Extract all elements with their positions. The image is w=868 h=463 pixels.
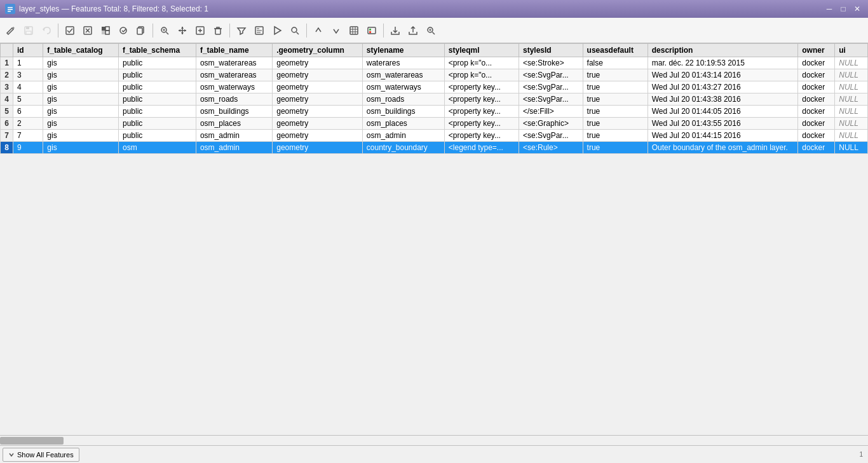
cell-ui[interactable]: NULL: [835, 69, 868, 81]
cell-useasdefault[interactable]: true: [583, 106, 648, 118]
move-down-button[interactable]: [328, 22, 344, 39]
cell-description[interactable]: Wed Jul 20 01:43:38 2016: [648, 93, 798, 106]
col-header-f-table-schema[interactable]: f_table_schema: [119, 44, 196, 57]
cell-f-table-name[interactable]: osm_waterways: [196, 81, 272, 93]
add-feature-button[interactable]: [192, 22, 208, 39]
cell-styleqml[interactable]: <property key...: [444, 81, 519, 93]
row-number-cell[interactable]: 6: [1, 118, 13, 130]
toggle-editing-button[interactable]: [3, 22, 19, 39]
col-header-useasdefault[interactable]: useasdefault: [583, 44, 648, 57]
form-view-button[interactable]: [251, 22, 268, 39]
cell-stylesid[interactable]: <se:Rule>: [519, 142, 583, 154]
cell-f-table-catalog[interactable]: gis: [43, 69, 119, 81]
cell-styleqml[interactable]: <prop k="o...: [444, 69, 519, 81]
col-header-f-table-name[interactable]: f_table_name: [196, 44, 272, 57]
cell-geometry-column[interactable]: geometry: [273, 81, 363, 93]
col-header-id[interactable]: id: [13, 44, 43, 57]
cell-stylename[interactable]: osm_waterareas: [362, 69, 444, 81]
cell-stylename[interactable]: osm_roads: [362, 93, 444, 106]
cell-f-table-name[interactable]: osm_admin: [196, 142, 272, 154]
table-row[interactable]: 89gisosmosm_admingeometrycountry_boundar…: [1, 142, 868, 154]
cell-stylename[interactable]: country_boundary: [362, 142, 444, 154]
cell-ui[interactable]: NULL: [835, 130, 868, 142]
cell-description[interactable]: mar. déc. 22 10:19:53 2015: [648, 57, 798, 69]
cell-f-table-catalog[interactable]: gis: [43, 130, 119, 142]
advanced-filter-button[interactable]: [233, 22, 250, 39]
cell-f-table-schema[interactable]: public: [119, 93, 196, 106]
col-header-geometry-column[interactable]: .geometry_column: [273, 44, 363, 57]
cell-id[interactable]: 1: [13, 57, 43, 69]
cell-f-table-schema[interactable]: osm: [119, 142, 196, 154]
cell-f-table-schema[interactable]: public: [119, 130, 196, 142]
cell-useasdefault[interactable]: true: [583, 69, 648, 81]
cell-f-table-schema[interactable]: public: [119, 69, 196, 81]
cell-f-table-catalog[interactable]: gis: [43, 57, 119, 69]
cell-stylesid[interactable]: <se:SvgPar...: [519, 69, 583, 81]
invert-selection-button[interactable]: [97, 22, 114, 39]
cell-f-table-catalog[interactable]: gis: [43, 142, 119, 154]
col-header-description[interactable]: description: [648, 44, 798, 57]
cell-geometry-column[interactable]: geometry: [273, 130, 363, 142]
cell-stylename[interactable]: osm_waterways: [362, 81, 444, 93]
cell-styleqml[interactable]: <legend type=...: [444, 142, 519, 154]
table-row[interactable]: 45gispublicosm_roadsgeometryosm_roads<pr…: [1, 93, 868, 106]
action-button[interactable]: [269, 22, 285, 39]
cell-stylename[interactable]: osm_buildings: [362, 106, 444, 118]
col-header-ui[interactable]: ui: [835, 44, 868, 57]
cell-owner[interactable]: docker: [798, 81, 835, 93]
cell-geometry-column[interactable]: geometry: [273, 118, 363, 130]
cell-styleqml[interactable]: <prop k="o...: [444, 57, 519, 69]
row-number-cell[interactable]: 1: [1, 57, 13, 69]
row-number-cell[interactable]: 8: [1, 142, 13, 154]
cell-ui[interactable]: NULL: [835, 93, 868, 106]
cell-ui[interactable]: NULL: [835, 118, 868, 130]
scrollbar-thumb[interactable]: [0, 437, 64, 445]
row-number-cell[interactable]: 2: [1, 69, 13, 81]
cell-f-table-name[interactable]: osm_places: [196, 118, 272, 130]
cell-f-table-name[interactable]: osm_waterareas: [196, 57, 272, 69]
move-up-button[interactable]: [310, 22, 327, 39]
cell-stylesid[interactable]: <se:Stroke>: [519, 57, 583, 69]
cell-stylename[interactable]: osm_admin: [362, 130, 444, 142]
cell-stylesid[interactable]: <se:Graphic>: [519, 118, 583, 130]
cell-styleqml[interactable]: <property key...: [444, 130, 519, 142]
cell-owner[interactable]: docker: [798, 118, 835, 130]
cell-f-table-schema[interactable]: public: [119, 106, 196, 118]
pan-to-selection-button[interactable]: [174, 22, 191, 39]
table-row[interactable]: 62gispublicosm_placesgeometryosm_places<…: [1, 118, 868, 130]
cell-owner[interactable]: docker: [798, 69, 835, 81]
maximize-button[interactable]: □: [837, 3, 849, 15]
cell-id[interactable]: 7: [13, 130, 43, 142]
horizontal-scrollbar[interactable]: [0, 435, 868, 445]
edit-table-button[interactable]: [346, 22, 362, 39]
cell-f-table-name[interactable]: osm_waterareas: [196, 69, 272, 81]
cell-geometry-column[interactable]: geometry: [273, 106, 363, 118]
cell-description[interactable]: Wed Jul 20 01:43:14 2016: [648, 69, 798, 81]
cell-styleqml[interactable]: <property key...: [444, 118, 519, 130]
cell-id[interactable]: 6: [13, 106, 43, 118]
cell-ui[interactable]: NULL: [835, 81, 868, 93]
cell-geometry-column[interactable]: geometry: [273, 57, 363, 69]
table-row[interactable]: 56gispublicosm_buildingsgeometryosm_buil…: [1, 106, 868, 118]
cell-description[interactable]: Wed Jul 20 01:44:05 2016: [648, 106, 798, 118]
cell-geometry-column[interactable]: geometry: [273, 93, 363, 106]
cell-owner[interactable]: docker: [798, 130, 835, 142]
cell-f-table-name[interactable]: osm_admin: [196, 130, 272, 142]
cell-id[interactable]: 2: [13, 118, 43, 130]
cell-owner[interactable]: docker: [798, 106, 835, 118]
scrollbar-track[interactable]: [0, 436, 868, 445]
cell-ui[interactable]: NULL: [835, 57, 868, 69]
col-header-f-table-catalog[interactable]: f_table_catalog: [43, 44, 119, 57]
cell-f-table-catalog[interactable]: gis: [43, 81, 119, 93]
col-header-stylename[interactable]: stylename: [362, 44, 444, 57]
col-header-styleqml[interactable]: styleqml: [444, 44, 519, 57]
table-container[interactable]: id f_table_catalog f_table_schema f_tabl…: [0, 43, 868, 435]
row-number-cell[interactable]: 7: [1, 130, 13, 142]
cell-useasdefault[interactable]: true: [583, 118, 648, 130]
cell-useasdefault[interactable]: true: [583, 130, 648, 142]
cell-description[interactable]: Wed Jul 20 01:43:55 2016: [648, 118, 798, 130]
export-button[interactable]: [387, 22, 403, 39]
deselect-all-button[interactable]: [79, 22, 96, 39]
copy-button[interactable]: [133, 22, 149, 39]
cell-id[interactable]: 5: [13, 93, 43, 106]
